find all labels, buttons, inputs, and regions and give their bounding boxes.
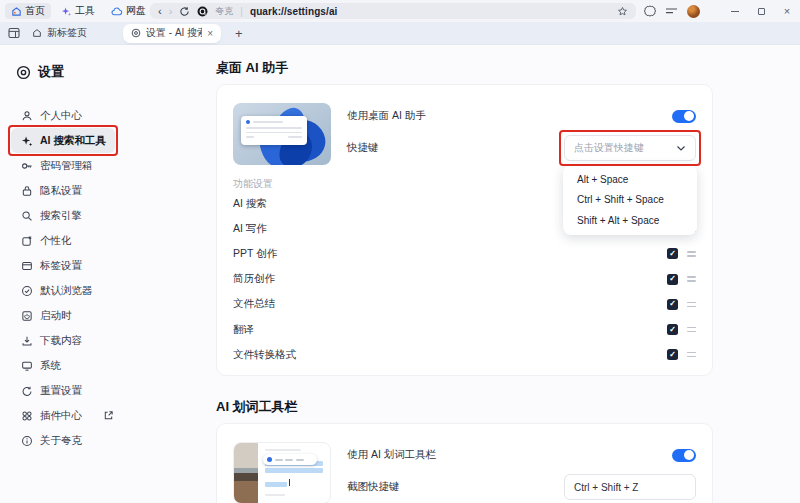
bookmark-star-icon[interactable] [617,6,628,17]
sidebar-item-label: 标签设置 [40,259,82,273]
new-tab-button[interactable]: + [235,26,243,41]
sidebar-item-tab-settings[interactable]: 标签设置 [11,253,91,278]
maximize-button[interactable] [748,0,774,22]
screenshot-shortcut-value: Ctrl + Shift + Z [574,482,638,493]
feature-checkbox[interactable] [667,299,678,310]
tab-overview-icon[interactable] [8,27,20,39]
refresh-icon[interactable] [179,6,190,17]
shortcut-label: 快捷键 [347,141,379,155]
url-bar[interactable]: ‹ › 夸克 | quark://settings/ai [150,3,636,19]
tools-button[interactable]: 工具 [55,3,101,19]
dropdown-option[interactable]: Alt + Space [563,169,697,190]
sidebar-item-system[interactable]: 系统 [11,353,70,378]
shortcut-select[interactable]: 点击设置快捷键 [564,135,696,161]
ai-assistant-dialog-illustration [241,116,307,145]
download-icon [20,335,33,347]
sidebar-title-label: 设置 [38,63,64,81]
sidebar-item-default-browser[interactable]: 默认浏览器 [11,278,102,303]
menu-icon[interactable] [665,6,678,16]
sidebar-item-startup[interactable]: 启动时 [11,303,81,328]
tools-button-label: 工具 [75,4,95,18]
settings-sidebar: 设置 个人中心 AI 搜索和工具 密码管理箱 隐私设置 搜索引擎 个性化 标签设… [0,45,210,503]
url-separator: | [240,6,243,17]
startup-icon [20,310,33,322]
sidebar-item-label: AI 搜索和工具 [40,134,106,148]
sidebar-item-label: 关于夸克 [40,434,82,448]
drag-handle[interactable] [687,276,696,282]
sidebar-item-plugin-center[interactable]: 插件中心 [11,403,123,428]
desktop-ai-toggle[interactable] [672,110,696,123]
chevron-down-icon [676,145,686,152]
system-icon [20,360,33,372]
settings-main: 桌面 AI 助手 使用桌面 AI 助手 快捷键 [216,45,800,503]
dropdown-option[interactable]: Shift + Alt + Space [563,210,697,231]
tab-close-icon[interactable]: × [207,28,213,39]
brand-label: 夸克 [215,5,233,18]
reset-icon [20,385,33,397]
home-tab-icon [32,28,42,38]
forward-icon[interactable]: › [169,6,173,17]
ai-toolbar-card: 使用 AI 划词工具栏 截图快捷键 Ctrl + Shift + Z [216,423,713,503]
tab-new-page[interactable]: 新标签页 [24,24,95,43]
back-icon[interactable]: ‹ [158,6,162,17]
home-button[interactable]: 首页 [5,3,51,19]
selection-toolbar-illustration [263,454,317,465]
drag-handle[interactable] [687,327,696,333]
browser-top-bar: 首页 工具 网盘 ‹ › 夸克 | quark://settings/ai [0,0,800,22]
shortcut-placeholder: 点击设置快捷键 [574,141,644,155]
default-browser-icon [20,285,33,297]
info-icon [20,435,33,447]
sidebar-item-ai-search-tools[interactable]: AI 搜索和工具 [11,128,115,153]
sidebar-item-label: 隐私设置 [40,184,82,198]
tab-bar: 新标签页 设置 - AI 搜索和工... × + [0,22,800,45]
cloud-drive-button[interactable]: 网盘 [105,3,152,19]
sidebar-item-privacy[interactable]: 隐私设置 [11,178,91,203]
quark-logo-icon [197,6,208,17]
external-link-icon [103,410,114,421]
tab-label: 设置 - AI 搜索和工... [146,26,202,40]
screenshot-shortcut-input[interactable]: Ctrl + Shift + Z [564,474,696,500]
sidebar-item-label: 默认浏览器 [40,284,93,298]
feature-checkbox[interactable] [667,248,678,259]
sidebar-title: 设置 [16,63,210,81]
toolbar-right-icons [644,0,700,22]
feature-row-file-convert: 文件转换格式 [233,342,696,367]
feature-checkbox[interactable] [667,349,678,360]
user-icon [20,110,33,122]
close-window-button[interactable]: × [774,0,800,22]
sidebar-item-label: 下载内容 [40,334,82,348]
sidebar-item-reset[interactable]: 重置设置 [11,378,91,403]
feature-checkbox[interactable] [667,324,678,335]
sidebar-item-personal-center[interactable]: 个人中心 [11,103,91,128]
enable-desktop-ai-label: 使用桌面 AI 助手 [347,109,426,123]
sidebar-item-search-engine[interactable]: 搜索引擎 [11,203,91,228]
tools-sparkle-icon [61,6,72,17]
section-title-ai-toolbar: AI 划词工具栏 [216,398,800,416]
sidebar-item-about[interactable]: 关于夸克 [11,428,91,453]
drag-handle[interactable] [687,352,696,358]
quick-nav-group: 首页 工具 网盘 [0,3,152,19]
url-text[interactable]: quark://settings/ai [250,6,337,17]
personalize-icon [20,235,33,247]
drag-handle[interactable] [687,302,696,308]
sidebar-item-label: 插件中心 [40,409,82,423]
key-icon [20,160,33,172]
sidebar-item-label: 个人中心 [40,109,82,123]
section-title-desktop-ai: 桌面 AI 助手 [216,59,800,77]
dropdown-option[interactable]: Ctrl + Shift + Space [563,190,697,211]
tab-settings[interactable]: 设置 - AI 搜索和工... × [123,24,221,43]
feature-checkbox[interactable] [667,274,678,285]
home-icon [11,6,22,17]
minimize-button[interactable] [722,0,748,22]
sidebar-item-label: 密码管理箱 [40,159,93,173]
feature-row-file-summary: 文件总结 [233,292,696,317]
extensions-icon[interactable] [644,5,656,17]
feature-row-resume: 简历创作 [233,267,696,292]
sidebar-item-downloads[interactable]: 下载内容 [11,328,91,353]
ai-toolbar-toggle[interactable] [672,449,696,462]
sidebar-item-password-manager[interactable]: 密码管理箱 [11,153,102,178]
sidebar-item-personalization[interactable]: 个性化 [11,228,81,253]
drag-handle[interactable] [687,251,696,257]
sidebar-item-label: 系统 [40,359,61,373]
avatar[interactable] [687,5,700,18]
